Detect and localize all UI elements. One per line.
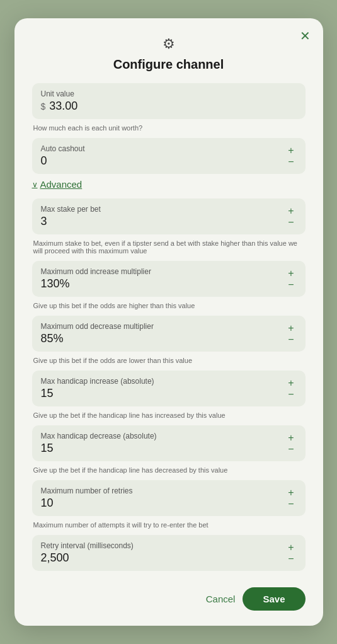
max-handicap-decrease-decrement[interactable]: − [285, 444, 296, 454]
auto-cashout-label: Auto cashout [41, 144, 297, 153]
modal-title: Configure channel [32, 57, 306, 72]
max-odd-decrease-field: Maximum odd decrease multiplier 85% + − [32, 316, 306, 352]
max-retries-stepper: + − [285, 488, 296, 509]
max-stake-increment[interactable]: + [285, 206, 296, 216]
advanced-label: Advanced [40, 179, 83, 190]
max-stake-field: Max stake per bet 3 + − [32, 198, 306, 234]
max-handicap-decrease-hint: Give up the bet if the handicap line has… [32, 466, 306, 474]
max-handicap-increase-hint: Give up the bet if the handicap line has… [32, 411, 306, 419]
max-retries-field: Maximum number of retries 10 + − [32, 480, 306, 516]
max-odd-increase-hint: Give up this bet if the odds are higher … [32, 302, 306, 309]
max-odd-decrease-decrement[interactable]: − [285, 335, 296, 345]
max-retries-value: 10 [41, 497, 297, 510]
modal-footer: Cancel Save [32, 587, 306, 611]
max-stake-label: Max stake per bet [41, 205, 297, 214]
max-handicap-increase-increment[interactable]: + [285, 378, 296, 388]
max-retries-label: Maximum number of retries [41, 486, 297, 495]
max-odd-increase-field: Maximum odd increase multiplier 130% + − [32, 261, 306, 297]
cancel-button[interactable]: Cancel [206, 594, 236, 604]
max-handicap-decrease-label: Max handicap decrease (absolute) [41, 432, 297, 440]
max-odd-decrease-hint: Give up this bet if the odds are lower t… [32, 357, 306, 364]
retry-interval-field: Retry interval (milliseconds) 2,500 + − [32, 535, 306, 571]
retry-interval-label: Retry interval (milliseconds) [41, 541, 297, 550]
close-icon: ✕ [300, 29, 311, 43]
max-odd-increase-label: Maximum odd increase multiplier [41, 267, 297, 276]
max-odd-increase-stepper: + − [285, 268, 296, 290]
unit-value-field: Unit value $ 33.00 [32, 83, 306, 119]
retry-interval-increment[interactable]: + [285, 543, 296, 553]
max-stake-hint: Maximum stake to bet, even if a tipster … [32, 239, 306, 255]
max-stake-stepper: + − [285, 206, 296, 227]
max-odd-decrease-increment[interactable]: + [285, 323, 296, 333]
max-odd-decrease-stepper: + − [285, 323, 296, 345]
unit-value-prefix: $ [41, 101, 46, 112]
max-retries-increment[interactable]: + [285, 488, 296, 498]
gear-icon: ⚙ [32, 36, 306, 52]
advanced-fields: Max stake per bet 3 + − Maximum stake to… [32, 198, 306, 576]
retry-interval-decrement[interactable]: − [285, 554, 296, 564]
auto-cashout-value: 0 [41, 154, 297, 168]
max-odd-increase-decrement[interactable]: − [285, 280, 296, 290]
max-handicap-increase-value: 15 [41, 387, 297, 400]
max-handicap-decrease-value: 15 [41, 442, 297, 455]
unit-value-hint: How much each is each unit worth? [32, 124, 306, 132]
retry-interval-stepper: + − [285, 543, 296, 564]
max-handicap-increase-decrement[interactable]: − [285, 389, 296, 400]
auto-cashout-field: Auto cashout 0 + − [32, 138, 306, 174]
max-handicap-decrease-stepper: + − [285, 433, 296, 454]
max-stake-decrement[interactable]: − [285, 217, 296, 227]
auto-cashout-decrement[interactable]: − [285, 157, 296, 167]
save-button[interactable]: Save [243, 587, 305, 611]
unit-value-label: Unit value [41, 89, 297, 98]
advanced-chevron: ∨ [32, 180, 38, 189]
unit-value-value: $ 33.00 [41, 100, 297, 113]
max-odd-decrease-label: Maximum odd decrease multiplier [41, 322, 297, 331]
max-odd-decrease-value: 85% [41, 332, 297, 345]
advanced-toggle[interactable]: ∨ Advanced [32, 179, 83, 190]
max-handicap-increase-field: Max handicap increase (absolute) 15 + − [32, 371, 306, 406]
retry-interval-value: 2,500 [41, 551, 297, 565]
max-handicap-increase-label: Max handicap increase (absolute) [41, 377, 297, 386]
max-stake-value: 3 [41, 215, 297, 228]
max-retries-decrement[interactable]: − [285, 499, 296, 509]
max-odd-increase-value: 130% [41, 277, 297, 290]
configure-channel-modal: ✕ ⚙ Configure channel Unit value $ 33.00… [14, 18, 323, 626]
max-handicap-decrease-increment[interactable]: + [285, 433, 296, 443]
max-handicap-decrease-field: Max handicap decrease (absolute) 15 + − [32, 425, 306, 461]
max-odd-increase-increment[interactable]: + [285, 268, 296, 279]
close-button[interactable]: ✕ [300, 30, 311, 42]
auto-cashout-stepper: + − [285, 146, 296, 167]
max-handicap-increase-stepper: + − [285, 378, 296, 400]
max-retries-hint: Maximum number of attempts it will try t… [32, 521, 306, 529]
auto-cashout-increment[interactable]: + [285, 146, 296, 156]
